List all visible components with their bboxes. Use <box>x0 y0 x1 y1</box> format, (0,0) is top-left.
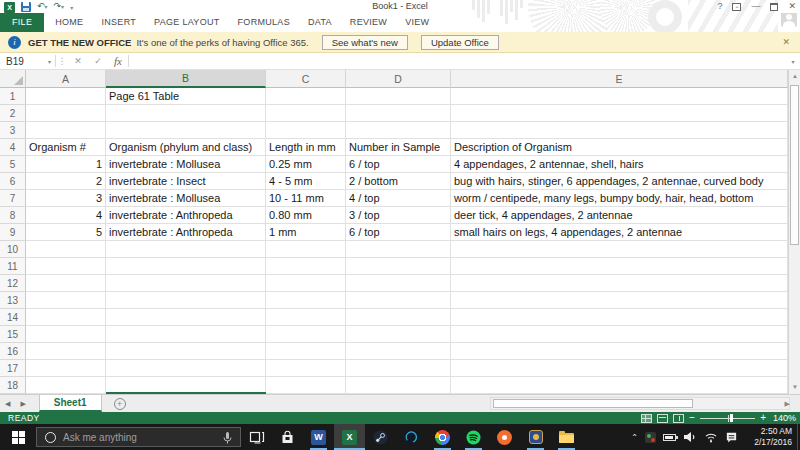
cell-C8[interactable]: 0.80 mm <box>266 207 346 224</box>
qat-customize-icon[interactable]: ▾ <box>70 4 73 11</box>
normal-view-icon[interactable] <box>641 414 652 423</box>
row-header-14[interactable]: 14 <box>0 309 26 326</box>
cell-C12[interactable] <box>266 275 346 292</box>
cell-B12[interactable] <box>106 275 266 292</box>
row-header-15[interactable]: 15 <box>0 326 26 343</box>
cell-A1[interactable] <box>26 88 106 105</box>
cell-A3[interactable] <box>26 122 106 139</box>
vertical-scroll-thumb[interactable] <box>790 85 799 245</box>
cell-D5[interactable]: 6 / top <box>346 156 451 173</box>
row-header-9[interactable]: 9 <box>0 224 26 241</box>
cell-E7[interactable]: worm / centipede, many legs, bumpy body,… <box>451 190 788 207</box>
taskbar-icon-file-explorer[interactable] <box>551 424 582 450</box>
cell-C15[interactable] <box>266 326 346 343</box>
cell-B17[interactable] <box>106 360 266 377</box>
cell-A2[interactable] <box>26 105 106 122</box>
column-header-b[interactable]: B <box>106 70 266 88</box>
cell-D11[interactable] <box>346 258 451 275</box>
message-close-icon[interactable]: ✕ <box>782 37 790 47</box>
row-header-13[interactable]: 13 <box>0 292 26 309</box>
taskbar-icon-spotify[interactable] <box>458 424 489 450</box>
cell-E15[interactable] <box>451 326 788 343</box>
cell-B9[interactable]: invertebrate : Anthropeda <box>106 224 266 241</box>
row-header-18[interactable]: 18 <box>0 377 26 394</box>
formula-bar-expand-icon[interactable]: ▾ <box>786 53 800 69</box>
start-button[interactable] <box>0 424 36 450</box>
ribbon-tab-page-layout[interactable]: PAGE LAYOUT <box>145 13 228 32</box>
taskbar-icon-chrome[interactable] <box>427 424 458 450</box>
cell-A10[interactable] <box>26 241 106 258</box>
cell-E18[interactable] <box>451 377 788 394</box>
cell-A4[interactable]: Organism # <box>26 139 106 156</box>
name-box[interactable]: B19 ▾ <box>0 53 55 69</box>
ribbon-tab-home[interactable]: HOME <box>46 13 92 32</box>
account-area[interactable]: Omid Shirvani ▾ <box>713 11 797 27</box>
cell-C13[interactable] <box>266 292 346 309</box>
ribbon-tab-file[interactable]: FILE <box>0 13 44 32</box>
sheet-tab-sheet1[interactable]: Sheet1 <box>39 395 102 412</box>
page-break-view-icon[interactable] <box>673 414 684 423</box>
cell-B8[interactable]: invertebrate : Anthropeda <box>106 207 266 224</box>
cortana-search-box[interactable]: Ask me anything <box>36 427 241 447</box>
help-button[interactable]: ? <box>717 0 722 13</box>
cell-C5[interactable]: 0.25 mm <box>266 156 346 173</box>
cell-E8[interactable]: deer tick, 4 appendages, 2 antennae <box>451 207 788 224</box>
action-center-icon[interactable] <box>725 431 738 444</box>
cell-C1[interactable] <box>266 88 346 105</box>
cell-C3[interactable] <box>266 122 346 139</box>
row-header-1[interactable]: 1 <box>0 88 26 105</box>
horizontal-scroll-thumb[interactable] <box>493 399 693 408</box>
cell-C2[interactable] <box>266 105 346 122</box>
cell-A11[interactable] <box>26 258 106 275</box>
cell-D18[interactable] <box>346 377 451 394</box>
cell-E17[interactable] <box>451 360 788 377</box>
ribbon-tab-formulas[interactable]: FORMULAS <box>229 13 299 32</box>
taskbar-clock[interactable]: 2:50 AM 2/17/2016 <box>754 426 792 448</box>
cell-D3[interactable] <box>346 122 451 139</box>
scroll-down-icon[interactable]: ▼ <box>789 381 800 394</box>
zoom-slider[interactable] <box>700 413 755 423</box>
horizontal-scrollbar[interactable]: ▶ <box>490 397 790 410</box>
restore-button[interactable] <box>770 3 778 11</box>
cell-A7[interactable]: 3 <box>26 190 106 207</box>
cell-A8[interactable]: 4 <box>26 207 106 224</box>
cell-C18[interactable] <box>266 377 346 394</box>
new-sheet-button[interactable]: + <box>114 398 126 410</box>
cell-E11[interactable] <box>451 258 788 275</box>
ribbon-display-options-button[interactable] <box>732 3 741 11</box>
cell-E14[interactable] <box>451 309 788 326</box>
taskbar-icon-excel[interactable]: X <box>334 424 365 450</box>
cell-C4[interactable]: Length in mm <box>266 139 346 156</box>
cell-D13[interactable] <box>346 292 451 309</box>
microphone-icon[interactable] <box>222 431 233 445</box>
column-header-a[interactable]: A <box>26 70 106 88</box>
taskbar-icon-hearthstone[interactable] <box>520 424 551 450</box>
page-layout-view-icon[interactable] <box>657 414 668 423</box>
cell-B14[interactable] <box>106 309 266 326</box>
cell-A5[interactable]: 1 <box>26 156 106 173</box>
cell-E16[interactable] <box>451 343 788 360</box>
insert-function-icon[interactable]: fx <box>108 53 128 69</box>
cell-D2[interactable] <box>346 105 451 122</box>
cell-B10[interactable] <box>106 241 266 258</box>
excel-app-icon[interactable]: X <box>4 2 15 13</box>
close-button[interactable]: ✕ <box>788 0 796 13</box>
cell-E10[interactable] <box>451 241 788 258</box>
cell-A13[interactable] <box>26 292 106 309</box>
row-header-2[interactable]: 2 <box>0 105 26 122</box>
cell-D6[interactable]: 2 / bottom <box>346 173 451 190</box>
cell-C16[interactable] <box>266 343 346 360</box>
see-whats-new-button[interactable]: See what's new <box>322 35 408 50</box>
zoom-level[interactable]: 140% <box>773 413 796 423</box>
row-header-11[interactable]: 11 <box>0 258 26 275</box>
cell-C11[interactable] <box>266 258 346 275</box>
cell-D14[interactable] <box>346 309 451 326</box>
taskbar-icon-battle-net[interactable] <box>396 424 427 450</box>
cell-E1[interactable] <box>451 88 788 105</box>
cell-D8[interactable]: 3 / top <box>346 207 451 224</box>
cell-B5[interactable]: invertebrate : Mollusea <box>106 156 266 173</box>
zoom-slider-thumb[interactable] <box>730 414 733 422</box>
scroll-up-icon[interactable]: ▲ <box>789 70 800 83</box>
cell-E12[interactable] <box>451 275 788 292</box>
cell-E9[interactable]: small hairs on legs, 4 appendages, 2 ant… <box>451 224 788 241</box>
